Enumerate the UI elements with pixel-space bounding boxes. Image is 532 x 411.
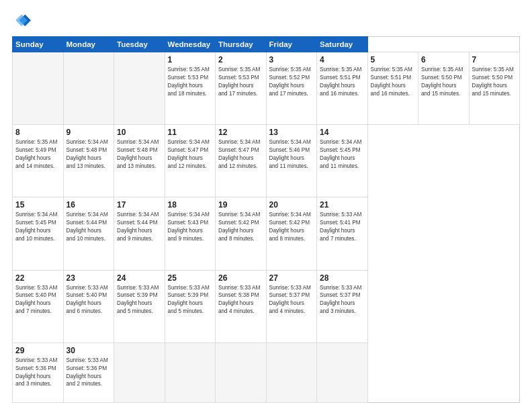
- day-number: 24: [117, 273, 162, 283]
- day-info: Sunrise: 5:34 AMSunset: 5:48 PMDaylight …: [66, 138, 112, 171]
- day-number: 19: [218, 200, 263, 210]
- calendar-cell: 8Sunrise: 5:35 AMSunset: 5:49 PMDaylight…: [13, 125, 64, 197]
- day-info: Sunrise: 5:35 AMSunset: 5:51 PMDaylight …: [371, 66, 416, 98]
- day-number: 10: [117, 128, 162, 137]
- calendar-cell: [13, 52, 64, 125]
- day-info: Sunrise: 5:35 AMSunset: 5:53 PMDaylight …: [218, 66, 263, 98]
- day-info: Sunrise: 5:35 AMSunset: 5:52 PMDaylight …: [269, 66, 314, 98]
- calendar-table: SundayMondayTuesdayWednesdayThursdayFrid…: [12, 36, 520, 403]
- day-number: 22: [15, 273, 60, 283]
- calendar-cell: 14Sunrise: 5:34 AMSunset: 5:45 PMDayligh…: [317, 125, 368, 197]
- weekday-header-row: SundayMondayTuesdayWednesdayThursdayFrid…: [13, 37, 520, 52]
- weekday-header-saturday: Saturday: [317, 37, 368, 52]
- day-number: 29: [15, 346, 60, 355]
- day-number: 21: [320, 200, 365, 210]
- day-number: 17: [117, 200, 162, 210]
- calendar-cell: 17Sunrise: 5:34 AMSunset: 5:44 PMDayligh…: [114, 197, 165, 270]
- day-info: Sunrise: 5:34 AMSunset: 5:42 PMDaylight …: [269, 211, 314, 243]
- calendar-cell: 18Sunrise: 5:34 AMSunset: 5:43 PMDayligh…: [165, 197, 216, 270]
- day-info: Sunrise: 5:33 AMSunset: 5:37 PMDaylight …: [320, 284, 365, 316]
- day-number: 9: [66, 128, 112, 137]
- day-number: 30: [66, 346, 112, 355]
- day-info: Sunrise: 5:34 AMSunset: 5:48 PMDaylight …: [117, 138, 162, 171]
- page: SundayMondayTuesdayWednesdayThursdayFrid…: [0, 0, 532, 411]
- day-number: 2: [218, 55, 263, 64]
- day-number: 27: [269, 273, 314, 283]
- day-info: Sunrise: 5:34 AMSunset: 5:44 PMDaylight …: [117, 211, 162, 243]
- calendar-cell: 20Sunrise: 5:34 AMSunset: 5:42 PMDayligh…: [266, 197, 317, 270]
- weekday-header-wednesday: Wednesday: [165, 37, 216, 52]
- day-info: Sunrise: 5:33 AMSunset: 5:36 PMDaylight …: [66, 357, 112, 389]
- day-number: 6: [421, 55, 466, 64]
- day-number: 13: [269, 128, 314, 137]
- day-number: 14: [320, 128, 365, 137]
- calendar-week-3: 15Sunrise: 5:34 AMSunset: 5:45 PMDayligh…: [13, 197, 520, 270]
- day-number: 11: [168, 128, 213, 137]
- day-info: Sunrise: 5:34 AMSunset: 5:47 PMDaylight …: [168, 138, 213, 171]
- day-number: 4: [320, 55, 365, 64]
- day-number: 1: [168, 55, 213, 64]
- calendar-cell: 26Sunrise: 5:33 AMSunset: 5:38 PMDayligh…: [216, 270, 267, 342]
- weekday-header-friday: Friday: [266, 37, 317, 52]
- calendar-cell: 29Sunrise: 5:33 AMSunset: 5:36 PMDayligh…: [13, 342, 64, 402]
- day-info: Sunrise: 5:34 AMSunset: 5:46 PMDaylight …: [269, 138, 314, 171]
- header: [12, 12, 520, 31]
- weekday-header-thursday: Thursday: [216, 37, 267, 52]
- calendar-cell: [63, 52, 114, 125]
- day-info: Sunrise: 5:35 AMSunset: 5:50 PMDaylight …: [421, 66, 466, 98]
- day-info: Sunrise: 5:35 AMSunset: 5:53 PMDaylight …: [168, 66, 213, 98]
- day-info: Sunrise: 5:33 AMSunset: 5:41 PMDaylight …: [320, 211, 365, 243]
- calendar-body: 1Sunrise: 5:35 AMSunset: 5:53 PMDaylight…: [13, 52, 520, 403]
- day-info: Sunrise: 5:34 AMSunset: 5:45 PMDaylight …: [320, 138, 365, 171]
- day-number: 16: [66, 200, 112, 210]
- calendar-week-4: 22Sunrise: 5:33 AMSunset: 5:40 PMDayligh…: [13, 270, 520, 342]
- day-info: Sunrise: 5:35 AMSunset: 5:51 PMDaylight …: [320, 66, 365, 98]
- day-number: 15: [15, 200, 60, 210]
- calendar-cell: 7Sunrise: 5:35 AMSunset: 5:50 PMDaylight…: [469, 52, 520, 125]
- day-number: 28: [320, 273, 365, 283]
- calendar-cell: [216, 342, 267, 402]
- calendar-week-5: 29Sunrise: 5:33 AMSunset: 5:36 PMDayligh…: [13, 342, 520, 402]
- calendar-cell: 28Sunrise: 5:33 AMSunset: 5:37 PMDayligh…: [317, 270, 368, 342]
- calendar-cell: 1Sunrise: 5:35 AMSunset: 5:53 PMDaylight…: [165, 52, 216, 125]
- day-info: Sunrise: 5:33 AMSunset: 5:38 PMDaylight …: [218, 284, 263, 316]
- weekday-header-monday: Monday: [63, 37, 114, 52]
- weekday-header-sunday: Sunday: [13, 37, 64, 52]
- day-number: 25: [168, 273, 213, 283]
- calendar-cell: 30Sunrise: 5:33 AMSunset: 5:36 PMDayligh…: [63, 342, 114, 402]
- weekday-header-tuesday: Tuesday: [114, 37, 165, 52]
- day-number: 8: [15, 128, 60, 137]
- day-info: Sunrise: 5:33 AMSunset: 5:37 PMDaylight …: [269, 284, 314, 316]
- day-info: Sunrise: 5:34 AMSunset: 5:43 PMDaylight …: [168, 211, 213, 243]
- calendar-cell: 5Sunrise: 5:35 AMSunset: 5:51 PMDaylight…: [367, 52, 418, 125]
- calendar-cell: [114, 342, 165, 402]
- calendar-cell: 19Sunrise: 5:34 AMSunset: 5:42 PMDayligh…: [216, 197, 267, 270]
- day-info: Sunrise: 5:34 AMSunset: 5:47 PMDaylight …: [218, 138, 263, 171]
- calendar-cell: 3Sunrise: 5:35 AMSunset: 5:52 PMDaylight…: [266, 52, 317, 125]
- calendar-cell: [266, 342, 317, 402]
- calendar-week-2: 8Sunrise: 5:35 AMSunset: 5:49 PMDaylight…: [13, 125, 520, 197]
- day-number: 5: [371, 55, 416, 64]
- day-number: 20: [269, 200, 314, 210]
- day-number: 3: [269, 55, 314, 64]
- day-number: 12: [218, 128, 263, 137]
- calendar-week-1: 1Sunrise: 5:35 AMSunset: 5:53 PMDaylight…: [13, 52, 520, 125]
- calendar-cell: 4Sunrise: 5:35 AMSunset: 5:51 PMDaylight…: [317, 52, 368, 125]
- day-info: Sunrise: 5:33 AMSunset: 5:36 PMDaylight …: [15, 357, 60, 389]
- calendar-cell: 11Sunrise: 5:34 AMSunset: 5:47 PMDayligh…: [165, 125, 216, 197]
- day-number: 23: [66, 273, 112, 283]
- calendar-cell: 2Sunrise: 5:35 AMSunset: 5:53 PMDaylight…: [216, 52, 267, 125]
- day-info: Sunrise: 5:33 AMSunset: 5:39 PMDaylight …: [117, 284, 162, 316]
- calendar-cell: 22Sunrise: 5:33 AMSunset: 5:40 PMDayligh…: [13, 270, 64, 342]
- day-info: Sunrise: 5:33 AMSunset: 5:40 PMDaylight …: [15, 284, 60, 316]
- calendar-header: SundayMondayTuesdayWednesdayThursdayFrid…: [13, 37, 520, 52]
- calendar-cell: 10Sunrise: 5:34 AMSunset: 5:48 PMDayligh…: [114, 125, 165, 197]
- calendar-cell: 24Sunrise: 5:33 AMSunset: 5:39 PMDayligh…: [114, 270, 165, 342]
- calendar-cell: [165, 342, 216, 402]
- calendar-cell: 9Sunrise: 5:34 AMSunset: 5:48 PMDaylight…: [63, 125, 114, 197]
- calendar-cell: 23Sunrise: 5:33 AMSunset: 5:40 PMDayligh…: [63, 270, 114, 342]
- day-info: Sunrise: 5:34 AMSunset: 5:45 PMDaylight …: [15, 211, 60, 243]
- day-info: Sunrise: 5:35 AMSunset: 5:50 PMDaylight …: [472, 66, 517, 98]
- day-info: Sunrise: 5:33 AMSunset: 5:40 PMDaylight …: [66, 284, 112, 316]
- calendar-cell: 13Sunrise: 5:34 AMSunset: 5:46 PMDayligh…: [266, 125, 317, 197]
